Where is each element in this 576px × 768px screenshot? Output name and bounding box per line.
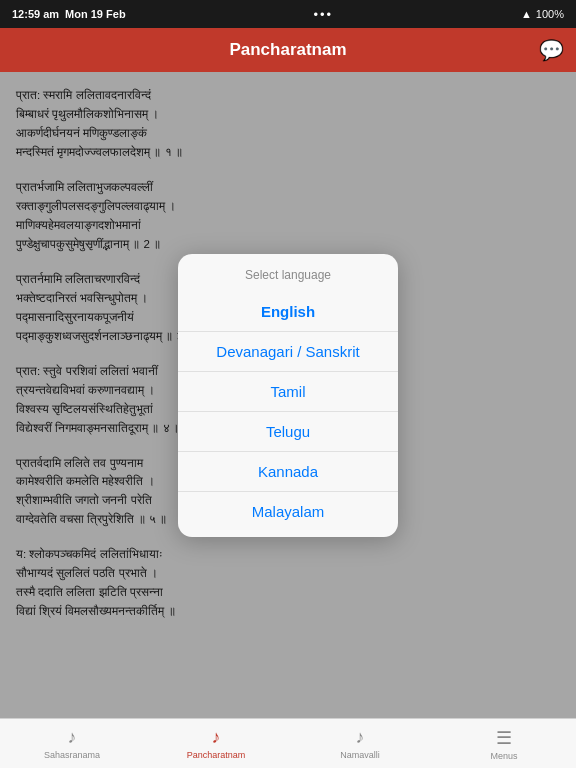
- sahasranama-tab-label: Sahasranama: [44, 750, 100, 760]
- language-option-tamil[interactable]: Tamil: [178, 371, 398, 411]
- battery-label: 100%: [536, 8, 564, 20]
- modal-overlay[interactable]: Select language EnglishDevanagari / Sans…: [0, 72, 576, 718]
- app-header: Pancharatnam 💬: [0, 28, 576, 72]
- status-time: 12:59 am: [12, 8, 59, 20]
- tab-sahasranama[interactable]: ♪Sahasranama: [0, 719, 144, 768]
- namavalli-tab-icon: ♪: [356, 727, 365, 748]
- tab-namavalli[interactable]: ♪Namavalli: [288, 719, 432, 768]
- language-option-malayalam[interactable]: Malayalam: [178, 491, 398, 531]
- tab-menus[interactable]: ☰Menus: [432, 719, 576, 768]
- pancharatnam-tab-icon: ♪: [212, 727, 221, 748]
- language-modal: Select language EnglishDevanagari / Sans…: [178, 254, 398, 537]
- tab-bar: ♪Sahasranama♪Pancharatnam♪Namavalli☰Menu…: [0, 718, 576, 768]
- sahasranama-tab-icon: ♪: [68, 727, 77, 748]
- wifi-icon: ▲: [521, 8, 532, 20]
- header-title: Pancharatnam: [229, 40, 346, 60]
- language-option-telugu[interactable]: Telugu: [178, 411, 398, 451]
- menus-tab-icon: ☰: [496, 727, 512, 749]
- main-content: प्रात: स्मरामि ललितावदनारविन्दंबिम्बाधरं…: [0, 72, 576, 718]
- status-indicators: ▲ 100%: [521, 8, 564, 20]
- status-date: Mon 19 Feb: [65, 8, 126, 20]
- pancharatnam-tab-label: Pancharatnam: [187, 750, 246, 760]
- modal-title: Select language: [178, 268, 398, 282]
- language-option-devanagari---sanskrit[interactable]: Devanagari / Sanskrit: [178, 331, 398, 371]
- menus-tab-label: Menus: [490, 751, 517, 761]
- namavalli-tab-label: Namavalli: [340, 750, 380, 760]
- chat-icon[interactable]: 💬: [539, 38, 564, 62]
- modal-options-container: EnglishDevanagari / SanskritTamilTeluguK…: [178, 292, 398, 531]
- language-option-english[interactable]: English: [178, 292, 398, 331]
- status-bar: 12:59 am Mon 19 Feb ••• ▲ 100%: [0, 0, 576, 28]
- status-dots: •••: [313, 7, 333, 22]
- language-option-kannada[interactable]: Kannada: [178, 451, 398, 491]
- tab-pancharatnam[interactable]: ♪Pancharatnam: [144, 719, 288, 768]
